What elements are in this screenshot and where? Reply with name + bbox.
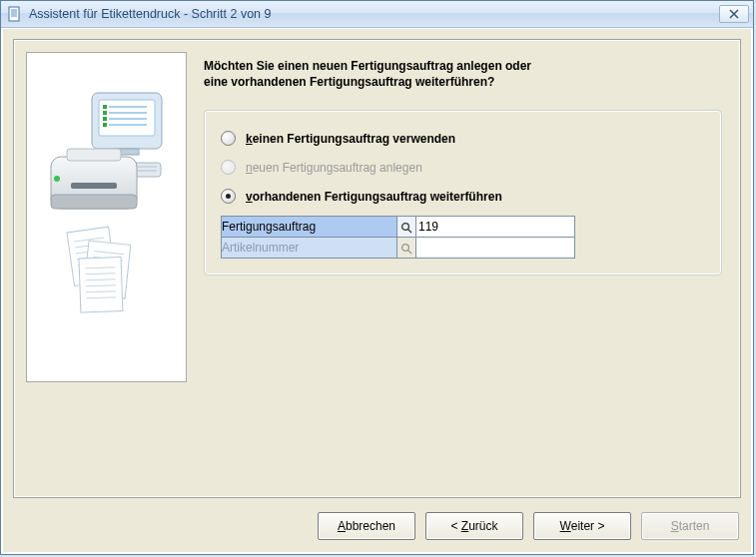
client-area: Möchten Sie einen neuen Fertigungsauftra… <box>2 28 752 553</box>
svg-rect-14 <box>103 123 107 127</box>
radio-icon <box>221 160 236 175</box>
lookup-label-article: Artikelnummer <box>222 238 397 259</box>
window-controls <box>719 5 749 23</box>
svg-rect-20 <box>51 195 137 209</box>
article-number-input <box>416 240 578 256</box>
search-icon <box>400 222 412 234</box>
radio-option-new: neuen Fertigungsauftrag anlegen <box>221 160 705 175</box>
svg-line-48 <box>408 251 411 254</box>
lookup-row-article: Artikelnummer <box>222 238 575 259</box>
wizard-window: Assistent für Etikettendruck - Schritt 2… <box>0 0 754 555</box>
wizard-button-bar: Abbrechen < Zurück Weiter > Starten <box>318 512 739 540</box>
svg-rect-6 <box>99 100 155 136</box>
svg-line-46 <box>408 230 411 233</box>
svg-rect-13 <box>103 117 107 121</box>
back-button[interactable]: < Zurück <box>425 512 523 540</box>
radio-option-existing[interactable]: vorhandenen Fertigungsauftrag weiterführ… <box>221 189 705 204</box>
wizard-illustration <box>26 52 187 382</box>
app-icon <box>7 6 23 22</box>
printer-illustration-icon <box>37 83 177 332</box>
svg-rect-12 <box>103 111 107 115</box>
radio-icon <box>221 189 236 204</box>
svg-rect-22 <box>71 183 117 189</box>
lookup-search-order[interactable] <box>397 217 416 238</box>
svg-rect-21 <box>67 149 121 161</box>
search-icon <box>400 243 412 255</box>
radio-label-none: keinen Fertigungsauftrag verwenden <box>246 132 455 146</box>
wizard-content: Möchten Sie einen neuen Fertigungsauftra… <box>204 58 722 276</box>
radio-label-existing: vorhandenen Fertigungsauftrag weiterführ… <box>246 190 502 204</box>
prompt-text: Möchten Sie einen neuen Fertigungsauftra… <box>204 58 722 90</box>
lookup-row-order: Fertigungsauftrag <box>222 217 575 238</box>
start-button: Starten <box>641 512 739 540</box>
prompt-line2: eine vorhandenen Fertigungsauftrag weite… <box>204 75 494 89</box>
cancel-button[interactable]: Abbrechen <box>318 512 415 540</box>
radio-label-new: neuen Fertigungsauftrag anlegen <box>246 161 422 175</box>
svg-rect-38 <box>79 258 123 312</box>
lookup-label-order: Fertigungsauftrag <box>222 217 397 238</box>
lookup-search-article <box>397 238 416 259</box>
svg-point-45 <box>402 224 409 231</box>
prompt-line1: Möchten Sie einen neuen Fertigungsauftra… <box>204 59 531 73</box>
radio-icon <box>221 131 236 146</box>
svg-point-23 <box>54 176 60 182</box>
svg-point-47 <box>402 245 409 252</box>
option-group: keinen Fertigungsauftrag verwenden neuen… <box>204 110 722 276</box>
radio-option-none[interactable]: keinen Fertigungsauftrag verwenden <box>221 131 705 146</box>
order-number-input[interactable] <box>416 219 578 235</box>
titlebar: Assistent für Etikettendruck - Schritt 2… <box>1 1 753 28</box>
lookup-table: Fertigungsauftrag Artikelnummer <box>221 216 575 259</box>
lookup-value-article-cell <box>416 238 575 259</box>
window-title: Assistent für Etikettendruck - Schritt 2… <box>29 7 719 21</box>
wizard-page: Möchten Sie einen neuen Fertigungsauftra… <box>13 39 741 498</box>
close-button[interactable] <box>719 5 749 23</box>
next-button[interactable]: Weiter > <box>533 512 631 540</box>
lookup-value-order-cell <box>416 217 575 238</box>
svg-rect-11 <box>103 105 107 109</box>
